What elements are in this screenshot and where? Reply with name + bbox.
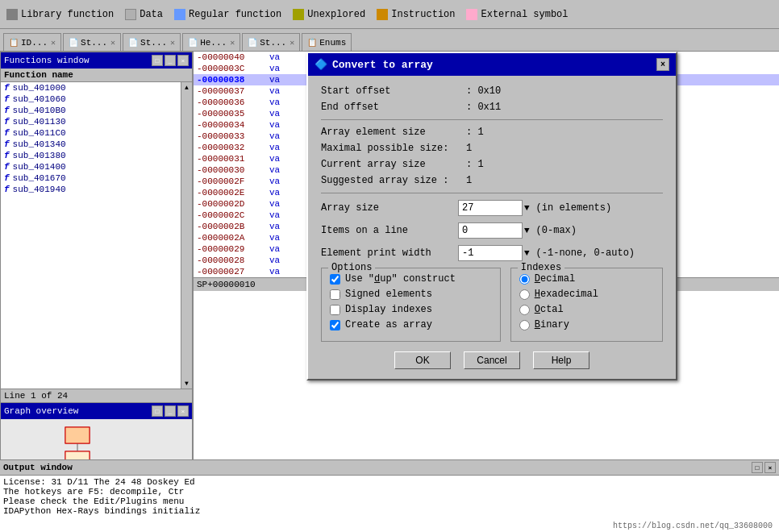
option-indexes-checkbox[interactable]: [330, 305, 340, 315]
array-size-input[interactable]: [458, 200, 523, 216]
functions-float-btn[interactable]: □: [152, 55, 163, 66]
suggested-array-size-value: 1: [466, 175, 472, 186]
tab-close-st3[interactable]: ✕: [290, 38, 294, 48]
hex-addr: -00000028: [197, 256, 269, 265]
option-create-label: Create as array: [345, 319, 432, 330]
tab-close-he[interactable]: ✕: [230, 38, 235, 48]
output-float-btn[interactable]: □: [752, 462, 763, 473]
list-item[interactable]: fsub_401940: [1, 184, 181, 195]
suggested-array-size-row: Suggested array size : 1: [321, 175, 663, 186]
help-button[interactable]: Help: [533, 351, 589, 369]
dialog-buttons: OK Cancel Help: [321, 351, 663, 369]
graph-titlebar-btns: □ _ ×: [152, 405, 189, 417]
list-item[interactable]: fsub_401000: [1, 82, 181, 94]
index-hex-radio[interactable]: [519, 289, 530, 300]
tab-st1[interactable]: 📄 St... ✕: [63, 33, 121, 51]
tab-label-st1: St...: [81, 38, 107, 48]
option-signed-label: Signed elements: [345, 289, 432, 300]
legend-color-unexplored: [293, 9, 304, 20]
dialog-title-row: 🔷 Convert to array: [315, 58, 433, 71]
function-icon: f: [4, 185, 10, 194]
function-icon: f: [4, 128, 10, 138]
legend-item-library: Library function: [6, 9, 114, 20]
graph-float-btn[interactable]: □: [152, 405, 163, 417]
legend-label-data: Data: [140, 9, 163, 20]
list-item[interactable]: fsub_4011C0: [1, 127, 181, 139]
functions-window: Functions window □ _ × Function name fsu…: [0, 52, 193, 403]
graph-min-btn[interactable]: _: [165, 405, 176, 417]
element-print-width-input[interactable]: [458, 245, 523, 261]
function-icon: f: [4, 162, 10, 172]
func-scrollbar[interactable]: ▲ ▼: [181, 82, 192, 389]
option-indexes-label: Display indexes: [345, 304, 432, 315]
functions-title: Functions window: [4, 56, 90, 65]
legend-color-data: [125, 9, 136, 20]
indexes-panel-title: Indexes: [518, 262, 564, 273]
current-array-size-value: : 1: [466, 159, 484, 170]
option-signed-checkbox[interactable]: [330, 289, 340, 300]
indexes-panel: Indexes Decimal Hexadecimal Octal Binary: [510, 268, 663, 342]
list-item[interactable]: fsub_401130: [1, 116, 181, 127]
options-panel: Options Use "dup" construct Signed eleme…: [321, 268, 501, 342]
cancel-button[interactable]: Cancel: [464, 351, 520, 369]
dialog-options-indexes-panels: Options Use "dup" construct Signed eleme…: [321, 268, 663, 342]
items-on-line-input[interactable]: [458, 222, 523, 239]
maximal-possible-size-value: 1: [466, 143, 472, 154]
dialog-separator-1: [321, 119, 663, 120]
element-print-width-label: Element print width: [321, 247, 458, 259]
watermark-text: https://blog.csdn.net/qq_33608000: [613, 522, 773, 530]
index-decimal-row: Decimal: [519, 273, 654, 285]
tab-icon-id: 📋: [9, 38, 19, 48]
scroll-up-arrow[interactable]: ▲: [183, 82, 190, 93]
tab-close-id[interactable]: ✕: [51, 38, 56, 48]
element-print-width-dropdown-btn[interactable]: ▼: [524, 248, 530, 258]
ok-button[interactable]: OK: [394, 351, 451, 369]
list-item[interactable]: fsub_401400: [1, 161, 181, 172]
tab-close-st1[interactable]: ✕: [110, 38, 115, 48]
index-binary-radio[interactable]: [519, 320, 530, 330]
tab-id[interactable]: 📋 ID... ✕: [3, 33, 61, 51]
dialog-titlebar: 🔷 Convert to array ×: [308, 53, 676, 76]
function-name: sub_401130: [13, 117, 66, 127]
list-item[interactable]: fsub_4010B0: [1, 105, 181, 116]
tab-st3[interactable]: 📄 St... ✕: [242, 33, 300, 51]
tab-he[interactable]: 📄 He... ✕: [182, 33, 240, 51]
option-dup-row: Use "dup" construct: [330, 273, 492, 285]
current-array-size-label: Current array size: [321, 159, 466, 170]
legend-label-library: Library function: [21, 9, 114, 20]
functions-close-btn[interactable]: ×: [177, 55, 189, 66]
output-close-btn[interactable]: ×: [764, 462, 776, 473]
hex-addr: -0000002E: [197, 188, 269, 197]
tab-icon-enums: 📋: [307, 38, 317, 48]
list-item[interactable]: fsub_401060: [1, 94, 181, 105]
array-element-size-label: Array element size: [321, 127, 466, 138]
functions-min-btn[interactable]: _: [165, 55, 176, 66]
current-array-size-row: Current array size : 1: [321, 159, 663, 170]
dialog-close-button[interactable]: ×: [656, 58, 669, 71]
maximal-possible-size-row: Maximal possible size: 1: [321, 143, 663, 154]
output-line: The hotkeys are F5: decompile, Ctr: [3, 487, 776, 497]
legend-label-external: External symbol: [481, 9, 568, 20]
scroll-down-arrow[interactable]: ▼: [183, 378, 190, 389]
option-dup-checkbox[interactable]: [330, 274, 340, 285]
legend-item-unexplored: Unexplored: [293, 9, 365, 20]
hex-addr: -0000002B: [197, 222, 269, 231]
index-octal-radio[interactable]: [519, 305, 530, 315]
functions-titlebar-btns: □ _ ×: [152, 55, 189, 66]
end-offset-row: End offset : 0x11: [321, 102, 663, 113]
tab-bar: 📋 ID... ✕ 📄 St... ✕ 📄 St... ✕ 📄 He... ✕ …: [0, 29, 779, 52]
tab-enums[interactable]: 📋 Enums: [302, 33, 352, 51]
option-create-checkbox[interactable]: [330, 320, 340, 330]
tab-st2[interactable]: 📄 St... ✕: [123, 33, 181, 51]
tab-icon-st3: 📄: [248, 38, 257, 48]
hex-addr: -00000032: [197, 143, 269, 152]
list-item[interactable]: fsub_401380: [1, 150, 181, 161]
list-item[interactable]: fsub_401340: [1, 139, 181, 150]
start-offset-label: Start offset: [321, 85, 466, 97]
list-item[interactable]: fsub_401670: [1, 172, 181, 184]
tab-close-st2[interactable]: ✕: [170, 38, 175, 48]
index-decimal-radio[interactable]: [519, 274, 530, 285]
array-size-dropdown-btn[interactable]: ▼: [524, 203, 530, 213]
items-on-line-dropdown-btn[interactable]: ▼: [524, 226, 530, 235]
graph-close-btn[interactable]: ×: [177, 405, 189, 417]
